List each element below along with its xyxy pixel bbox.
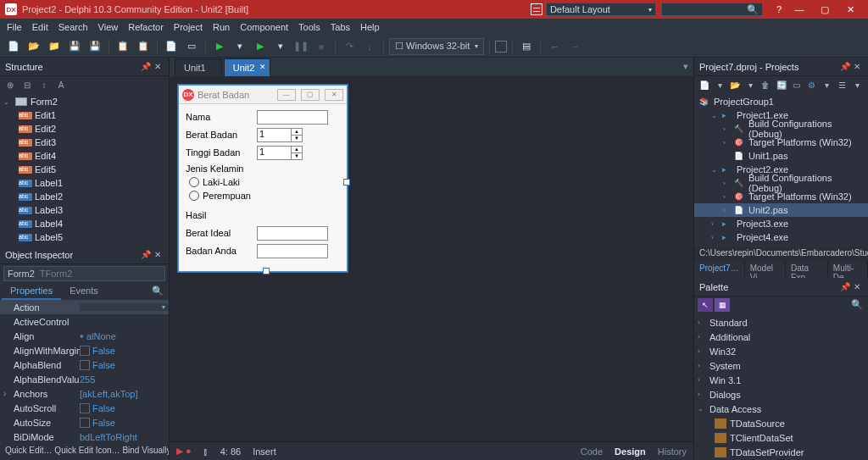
edit-badan[interactable] bbox=[257, 244, 328, 258]
palette-category[interactable]: Win32 bbox=[694, 344, 868, 358]
label-hasil[interactable]: Hasil bbox=[186, 210, 257, 220]
groupbox-label[interactable]: Jenis Kelamin bbox=[186, 163, 340, 174]
minimize-button[interactable]: — bbox=[787, 0, 812, 19]
search-icon[interactable]: 🔍 bbox=[851, 299, 863, 310]
property-row[interactable]: Anchors[akLeft,akTop] bbox=[0, 386, 169, 401]
spin-up-icon[interactable]: ▲ bbox=[292, 129, 302, 136]
projects-tab-model[interactable]: Model Vi… bbox=[745, 261, 786, 278]
close-icon[interactable]: ✕ bbox=[152, 62, 164, 71]
record-icon[interactable]: ▶ ● bbox=[176, 446, 192, 457]
view-code-tab[interactable]: Code bbox=[581, 446, 603, 457]
structure-item[interactable]: abcLabel3 bbox=[0, 203, 169, 217]
pause-button[interactable]: ❚❚ bbox=[292, 38, 309, 55]
structure-item[interactable]: abcLabel4 bbox=[0, 217, 169, 230]
platform-combo[interactable]: ☐ Windows 32-bit bbox=[389, 38, 484, 55]
tab-unit1[interactable]: Unit1 bbox=[175, 58, 222, 76]
tab-properties[interactable]: Properties bbox=[2, 283, 61, 300]
structure-item[interactable]: abcEdit5 bbox=[0, 163, 169, 176]
palette-component[interactable]: TDataSetProvider bbox=[694, 445, 868, 459]
property-row[interactable]: AlignWithMarginsFalse bbox=[0, 343, 169, 357]
label-tinggi[interactable]: Tinggi Badan bbox=[186, 147, 257, 158]
open-project-icon[interactable]: 📁 bbox=[46, 38, 63, 55]
list-icon[interactable]: ▤ bbox=[518, 38, 535, 55]
search-icon[interactable]: 🔍 bbox=[152, 285, 164, 297]
open-icon[interactable]: 📂 bbox=[25, 38, 42, 55]
spin-berat[interactable]: 1▲▼ bbox=[257, 128, 303, 142]
form-max-button[interactable]: ▢ bbox=[301, 89, 320, 101]
inspector-object-selector[interactable]: Form2 TForm2 bbox=[3, 266, 165, 281]
expand-icon[interactable]: ⊕ bbox=[3, 78, 17, 91]
desktop-icon[interactable] bbox=[531, 3, 542, 15]
proj-sync-icon[interactable]: 🔄 bbox=[774, 78, 787, 91]
projects-tab-data[interactable]: Data Exp… bbox=[786, 261, 828, 278]
nav-back-button[interactable]: ← bbox=[546, 38, 563, 55]
layout-selector[interactable]: Default Layout bbox=[546, 3, 656, 16]
palette-category[interactable]: Dialogs bbox=[694, 387, 868, 402]
radio-perempuan[interactable] bbox=[189, 191, 199, 201]
property-row[interactable]: BiDiModebdLeftToRight bbox=[0, 430, 169, 444]
menu-file[interactable]: File bbox=[7, 22, 22, 32]
palette-category[interactable]: Data Access bbox=[694, 402, 868, 416]
pin-icon[interactable]: 📌 bbox=[140, 62, 152, 71]
proj-add-icon[interactable]: 📂 bbox=[728, 78, 742, 91]
palette-filter-icon[interactable]: ▦ bbox=[715, 298, 730, 312]
label-nama[interactable]: Nama bbox=[186, 112, 257, 122]
save-all-icon[interactable]: 💾 bbox=[86, 38, 103, 55]
spin-down-icon[interactable]: ▼ bbox=[292, 136, 302, 141]
menu-run[interactable]: Run bbox=[213, 22, 230, 32]
menu-view[interactable]: View bbox=[98, 22, 119, 32]
menu-tabs[interactable]: Tabs bbox=[331, 22, 350, 32]
project-tree-item[interactable]: 📄Unit1.pas bbox=[694, 149, 868, 163]
save-icon[interactable]: 💾 bbox=[66, 38, 83, 55]
projects-tab-project[interactable]: Project7… bbox=[694, 261, 745, 278]
project-tree-item[interactable]: ›📄Unit2.pas bbox=[694, 203, 868, 217]
spin-tinggi[interactable]: 1▲▼ bbox=[257, 146, 303, 160]
menu-component[interactable]: Component bbox=[240, 22, 288, 32]
project-tree-item[interactable]: ›🎯Target Platforms (Win32) bbox=[694, 190, 868, 203]
structure-item[interactable]: abcEdit2 bbox=[0, 122, 169, 136]
sort-icon[interactable]: ↕ bbox=[37, 78, 51, 91]
unknown-checkbox[interactable] bbox=[495, 41, 507, 53]
design-form[interactable]: DX Berat Badan — ▢ ✕ Nama Berat Badan 1▲… bbox=[178, 85, 348, 272]
proj-remove-icon[interactable]: 🗑 bbox=[759, 78, 772, 91]
structure-item[interactable]: abcLabel2 bbox=[0, 190, 169, 203]
view-history-tab[interactable]: History bbox=[658, 446, 687, 457]
proj-build-icon[interactable]: ⚙ bbox=[805, 78, 819, 91]
label-badan[interactable]: Badan Anda bbox=[186, 246, 257, 256]
proj-new-icon[interactable]: 📄 bbox=[698, 78, 711, 91]
pin-icon[interactable]: 📌 bbox=[140, 250, 152, 259]
menu-help[interactable]: Help bbox=[360, 22, 380, 32]
inspector-property-grid[interactable]: ActionActiveControlAlignalNoneAlignWithM… bbox=[0, 300, 169, 444]
menu-tools[interactable]: Tools bbox=[298, 22, 320, 32]
nav-fwd-button[interactable]: → bbox=[566, 38, 583, 55]
menu-project[interactable]: Project bbox=[174, 22, 203, 32]
trace-into-icon[interactable]: ↓ bbox=[361, 38, 378, 55]
label-berat[interactable]: Berat Badan bbox=[186, 130, 257, 140]
run-button[interactable]: ▶ bbox=[211, 38, 228, 55]
palette-component[interactable]: TClientDataSet bbox=[694, 430, 868, 445]
alpha-icon[interactable]: A bbox=[54, 78, 68, 91]
property-row[interactable]: AutoSizeFalse bbox=[0, 415, 169, 430]
structure-item[interactable]: abcLabel5 bbox=[0, 230, 169, 244]
menu-edit[interactable]: Edit bbox=[32, 22, 48, 32]
form-designer[interactable]: DX Berat Badan — ▢ ✕ Nama Berat Badan 1▲… bbox=[170, 76, 693, 441]
proj-view-icon[interactable]: ▭ bbox=[790, 78, 804, 91]
run-no-debug-dropdown[interactable]: ▾ bbox=[272, 38, 289, 55]
palette-component[interactable]: TDataSource bbox=[694, 416, 868, 430]
form-min-button[interactable]: — bbox=[277, 89, 296, 101]
palette-category[interactable]: Win 3.1 bbox=[694, 373, 868, 387]
label-ideal[interactable]: Berat Ideal bbox=[186, 228, 257, 238]
new-items-icon[interactable]: 📄 bbox=[5, 38, 22, 55]
palette-category[interactable]: Standard bbox=[694, 315, 868, 330]
palette-cursor-icon[interactable]: ↖ bbox=[698, 298, 713, 312]
structure-item[interactable]: abcEdit3 bbox=[0, 136, 169, 149]
project-group-node[interactable]: 📚ProjectGroup1 bbox=[694, 95, 868, 108]
structure-item[interactable]: abcLabel1 bbox=[0, 176, 169, 190]
add-project-icon[interactable]: 📋 bbox=[114, 38, 131, 55]
structure-form-node[interactable]: ⌄ Form2 bbox=[0, 95, 169, 108]
project-tree-item[interactable]: ›🔨Build Configurations (Debug) bbox=[694, 122, 868, 136]
view-design-tab[interactable]: Design bbox=[615, 446, 646, 457]
form-close-button[interactable]: ✕ bbox=[325, 89, 343, 101]
view-form-icon[interactable]: ▭ bbox=[183, 38, 200, 55]
structure-item[interactable]: abcEdit4 bbox=[0, 149, 169, 163]
